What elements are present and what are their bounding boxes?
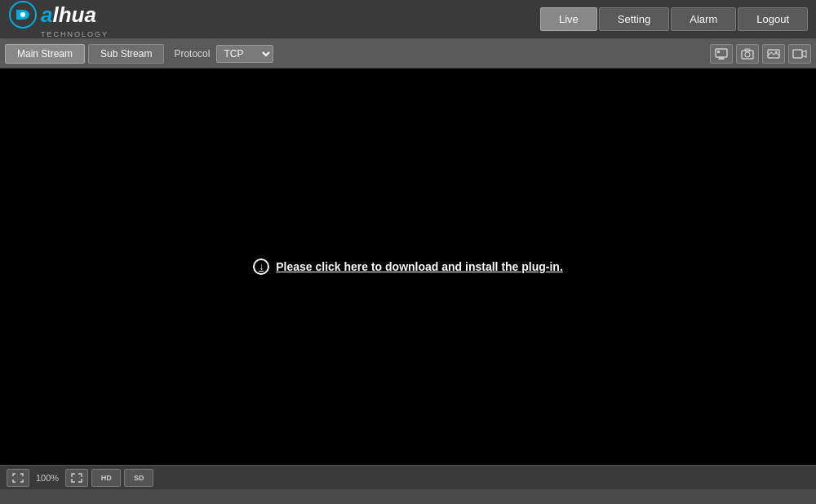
logo-text: alhua xyxy=(41,4,96,25)
fit-screen-button[interactable] xyxy=(65,469,88,487)
fullscreen-icon xyxy=(12,473,24,483)
monitor-icon xyxy=(715,48,728,60)
hd-label: HD xyxy=(101,474,112,482)
protocol-select[interactable]: TCP UDP RTP xyxy=(216,45,273,63)
photo-button[interactable] xyxy=(762,44,785,64)
nav-setting-button[interactable]: Setting xyxy=(599,7,669,31)
realtime-monitor-button[interactable] xyxy=(710,44,733,64)
video-icon xyxy=(792,48,807,60)
svg-rect-5 xyxy=(717,51,720,53)
plugin-download-link[interactable]: ↓ Please click here to download and inst… xyxy=(253,259,563,275)
svg-rect-11 xyxy=(793,50,802,58)
sd-button[interactable]: SD xyxy=(124,469,153,487)
snapshot-button[interactable] xyxy=(736,44,759,64)
svg-point-7 xyxy=(745,52,750,57)
logo-brand: TECHNOLOGY xyxy=(41,30,109,38)
nav-live-button[interactable]: Live xyxy=(540,7,597,31)
dahua-logo-icon xyxy=(8,0,38,29)
logo: alhua TECHNOLOGY xyxy=(8,0,109,38)
nav-alarm-button[interactable]: Alarm xyxy=(671,7,736,31)
camera-icon xyxy=(741,48,754,60)
fit-icon xyxy=(71,473,82,483)
svg-rect-4 xyxy=(718,59,725,60)
protocol-label: Protocol xyxy=(174,48,210,60)
statusbar: 100% HD SD xyxy=(0,465,816,489)
toolbar-right xyxy=(710,44,811,64)
plugin-message: Please click here to download and instal… xyxy=(276,260,563,273)
logo-lhua: lhua xyxy=(52,2,95,27)
photo-icon xyxy=(767,48,780,60)
nav-logout-button[interactable]: Logout xyxy=(738,7,808,31)
video-area: ↓ Please click here to download and inst… xyxy=(0,69,816,465)
download-icon: ↓ xyxy=(253,259,269,275)
toolbar: Main Stream Sub Stream Protocol TCP UDP … xyxy=(0,39,816,69)
logo-a: a xyxy=(41,2,52,27)
header: alhua TECHNOLOGY Live Setting Alarm Logo… xyxy=(0,0,816,39)
toolbar-left: Main Stream Sub Stream Protocol TCP UDP … xyxy=(5,44,273,64)
hd-button[interactable]: HD xyxy=(91,469,121,487)
svg-point-10 xyxy=(775,51,778,53)
svg-rect-3 xyxy=(719,57,724,59)
fullscreen-button[interactable] xyxy=(7,469,29,487)
nav-buttons: Live Setting Alarm Logout xyxy=(540,7,808,31)
svg-point-1 xyxy=(20,12,25,17)
sub-stream-button[interactable]: Sub Stream xyxy=(88,44,164,64)
main-stream-button[interactable]: Main Stream xyxy=(5,44,85,64)
video-record-button[interactable] xyxy=(788,44,811,64)
zoom-level: 100% xyxy=(36,473,59,483)
sd-label: SD xyxy=(134,474,144,482)
